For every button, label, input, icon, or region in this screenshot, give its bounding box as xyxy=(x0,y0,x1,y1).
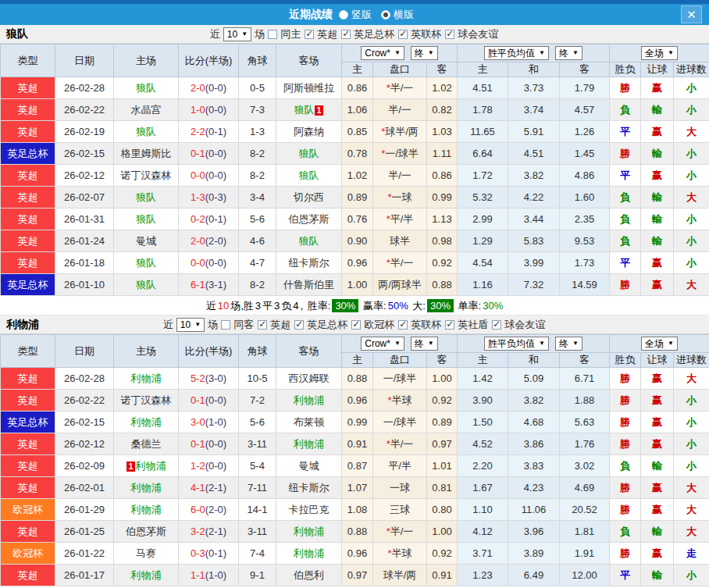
odds-home: 1.07 xyxy=(342,477,373,499)
score-cell: 0-1(0-0) xyxy=(179,143,239,165)
dropdown-arrow-icon: ▼ xyxy=(572,50,579,56)
wdl-average-select[interactable]: 胜平负均值▼ xyxy=(484,46,549,60)
avg-away-odds: 9.53 xyxy=(560,230,610,252)
avg-away-odds: 1.91 xyxy=(560,543,610,565)
fulltime-score: 6-1 xyxy=(191,279,205,290)
odds-handicap: *平/半 xyxy=(373,208,427,230)
summary-count: 10 xyxy=(218,300,229,312)
avg-draw-odds: 4.51 xyxy=(508,143,560,165)
summary-draws: 3 xyxy=(274,300,280,312)
col-avg-away: 客 xyxy=(560,62,610,77)
league-checkbox-label: 英足总杯 xyxy=(354,27,394,41)
fulltime-score: 5-2 xyxy=(191,372,205,384)
match-date: 26-02-09 xyxy=(55,455,114,477)
score-cell: 0-0(0-0) xyxy=(179,252,239,274)
avg-away-odds: 1.73 xyxy=(560,252,610,274)
horizontal-layout-radio[interactable] xyxy=(381,10,390,20)
handicap-result: 輸 xyxy=(641,99,674,121)
corner-score: 4-7 xyxy=(239,252,276,274)
close-button[interactable]: ✕ xyxy=(681,5,702,23)
match-date: 26-01-18 xyxy=(55,252,114,274)
league-checkbox[interactable] xyxy=(258,320,267,330)
bookmaker-select[interactable]: Crow*▼ xyxy=(361,337,404,351)
league-checkbox[interactable] xyxy=(341,30,351,39)
same-away-checkbox[interactable] xyxy=(221,320,230,330)
league-checkbox[interactable] xyxy=(445,30,454,39)
league-checkbox[interactable] xyxy=(351,320,361,330)
titlebar: 近期战绩 竖版 横版 ✕ xyxy=(0,4,709,25)
avg-away-odds: 1.76 xyxy=(560,433,610,455)
home-team-cell: 狼队 xyxy=(114,252,179,274)
team-name: 利物浦 xyxy=(294,394,324,406)
odds-away: 0.92 xyxy=(427,390,458,412)
games-count-select[interactable]: 10▼ xyxy=(223,27,251,41)
games-count-select[interactable]: 10▼ xyxy=(176,318,205,332)
wdl-average-select[interactable]: 胜平负均值▼ xyxy=(484,337,549,351)
same-home-checkbox[interactable] xyxy=(268,30,277,39)
vertical-layout-label[interactable]: 竖版 xyxy=(351,8,372,22)
team-name: 狼队 xyxy=(299,148,319,159)
home-team-cell: 格里姆斯比 xyxy=(114,143,179,165)
avg-draw-odds: 5.09 xyxy=(508,368,560,390)
handicap-result: 赢 xyxy=(641,77,674,99)
result-group-header: 全场▼ xyxy=(610,45,709,62)
scope-select[interactable]: 全场▼ xyxy=(641,337,678,351)
avg-draw-odds: 4.68 xyxy=(508,412,560,433)
team-name: 格里姆斯比 xyxy=(121,148,172,159)
avg-time-select[interactable]: 终▼ xyxy=(555,337,583,351)
handicap-star: * xyxy=(381,126,385,137)
wolves-summary-line: 近10场,胜3平3负4, 胜率:30% 赢率:50% 大:30% 单率:30% xyxy=(0,296,709,315)
horizontal-layout-label[interactable]: 横版 xyxy=(394,8,414,22)
scope-select[interactable]: 全场▼ xyxy=(641,46,678,60)
team-name: 伯恩茅斯 xyxy=(126,526,166,537)
col-score: 比分(半场) xyxy=(179,45,239,77)
odds-handicap: 三球 xyxy=(373,499,427,521)
odds-handicap: 半/一 xyxy=(373,165,427,187)
fulltime-score: 6-0 xyxy=(191,504,205,515)
vertical-layout-radio[interactable] xyxy=(339,10,348,20)
avg-draw-odds: 5.83 xyxy=(508,230,560,252)
col-avg-home: 主 xyxy=(458,62,508,77)
league-type-badge: 英足总杯 xyxy=(1,412,55,433)
league-checkbox[interactable] xyxy=(492,320,501,330)
match-date: 26-01-29 xyxy=(55,499,114,521)
league-checkbox[interactable] xyxy=(305,30,314,39)
odds-away: 1.00 xyxy=(427,368,458,390)
match-date: 26-02-12 xyxy=(55,165,114,187)
match-row: 英超 26-01-17 利物浦 1-1(1-0) 9-1 伯恩利 0.97 球半… xyxy=(1,565,709,586)
avg-home-odds: 1.23 xyxy=(458,565,508,586)
team-name: 利物浦 xyxy=(131,372,162,384)
match-row: 欧冠杯 26-01-22 马赛 0-3(0-1) 7-4 利物浦 0.96 *半… xyxy=(1,543,709,565)
team-name: 利物浦 xyxy=(131,569,162,581)
handicap-result: 輸 xyxy=(641,143,674,165)
avg-home-odds: 4.54 xyxy=(458,252,508,274)
avg-draw-odds: 3.89 xyxy=(508,543,560,565)
bookmaker-select[interactable]: Crow*▼ xyxy=(361,46,404,60)
odds-home: 0.97 xyxy=(342,565,373,586)
league-checkbox[interactable] xyxy=(398,320,408,330)
col-odds-home: 主 xyxy=(342,353,373,368)
league-type-badge: 英超 xyxy=(1,368,55,390)
handicap-result: 赢 xyxy=(641,477,674,499)
odds-time-select[interactable]: 终▼ xyxy=(411,337,438,351)
team-name: 狼队 xyxy=(136,213,156,225)
league-checkbox[interactable] xyxy=(445,320,454,330)
corner-score: 5-6 xyxy=(239,412,276,433)
dropdown-arrow-icon: ▼ xyxy=(428,50,434,56)
handicap-result: 輸 xyxy=(641,208,674,230)
avg-draw-odds: 7.32 xyxy=(508,274,560,296)
league-checkbox[interactable] xyxy=(398,30,408,39)
fulltime-score: 3-0 xyxy=(191,416,205,428)
score-cell: 2-0(0-0) xyxy=(179,77,239,99)
avg-time-select[interactable]: 终▼ xyxy=(555,46,583,60)
odds-handicap: *半/一 xyxy=(373,521,427,543)
league-checkbox[interactable] xyxy=(294,320,304,330)
goals-result: 大 xyxy=(674,274,709,296)
odds-time-select[interactable]: 终▼ xyxy=(411,46,438,60)
avg-home-odds: 1.16 xyxy=(458,274,508,296)
away-team-cell: 纽卡斯尔 xyxy=(276,477,342,499)
dropdown-arrow-icon: ▼ xyxy=(428,340,434,347)
team-name: 什鲁斯伯里 xyxy=(283,279,334,290)
col-home: 主场 xyxy=(114,45,179,77)
avg-draw-odds: 3.44 xyxy=(508,208,560,230)
